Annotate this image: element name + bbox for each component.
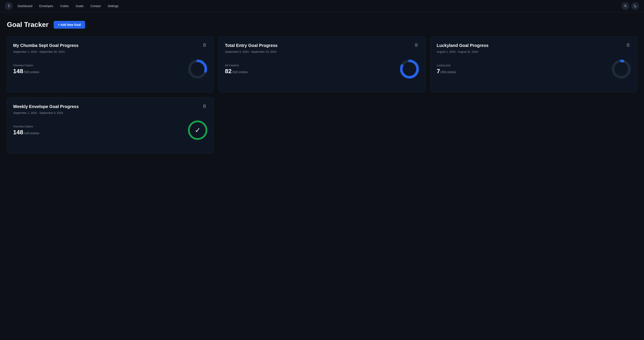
cards-grid: My Chumba Sept Goal Progress September 1… bbox=[7, 36, 637, 153]
donut-chart-2 bbox=[400, 59, 419, 79]
entries-sub-4: /140 entries bbox=[24, 131, 39, 135]
navbar: $ Dashboard Envelopes Codes Goals Contac… bbox=[0, 0, 644, 12]
casino-name-1: Chumba Casino bbox=[13, 64, 39, 67]
nav-dashboard[interactable]: Dashboard bbox=[18, 4, 32, 8]
card-body-4: Chumba Casino 148/140 entries ✓ bbox=[13, 120, 207, 140]
casino-name-2: All Casinos bbox=[225, 64, 248, 67]
goal-card-1: My Chumba Sept Goal Progress September 1… bbox=[7, 36, 214, 92]
entries-sub-3: /200 entries bbox=[440, 70, 456, 74]
delete-card-button-1[interactable] bbox=[202, 43, 207, 48]
delete-card-button-4[interactable] bbox=[202, 104, 207, 109]
card-date-1: September 1, 2024 - September 30, 2024 bbox=[13, 50, 207, 53]
user-icon-button[interactable] bbox=[622, 2, 629, 10]
completed-circle-4: ✓ bbox=[188, 120, 207, 140]
svg-point-5 bbox=[613, 61, 630, 77]
page-title: Goal Tracker bbox=[7, 21, 48, 29]
nav-right bbox=[622, 2, 639, 10]
card-date-4: September 1, 2024 - September 8, 2024 bbox=[13, 111, 207, 114]
nav-settings[interactable]: Settings bbox=[108, 4, 118, 8]
card-header-2: Total Entry Goal Progress bbox=[225, 43, 419, 48]
card-body-3: LuckyLand 7/200 entries bbox=[437, 59, 631, 79]
goal-card-2: Total Entry Goal Progress September 8, 2… bbox=[219, 36, 425, 92]
svg-point-0 bbox=[625, 5, 626, 6]
checkmark-icon: ✓ bbox=[195, 127, 201, 134]
card-header-1: My Chumba Sept Goal Progress bbox=[13, 43, 207, 48]
card-title-4: Weekly Envelope Goal Progress bbox=[13, 104, 78, 109]
nav-envelopes[interactable]: Envelopes bbox=[39, 4, 53, 8]
casino-name-3: LuckyLand bbox=[437, 64, 456, 67]
card-date-3: August 1, 2024 - August 31, 2024 bbox=[437, 50, 631, 53]
entries-value-2: 82/100 entries bbox=[225, 68, 248, 75]
entries-value-4: 148/140 entries bbox=[13, 129, 39, 136]
entries-sub-1: /500 entries bbox=[24, 70, 39, 74]
card-date-2: September 8, 2024 - September 15, 2024 bbox=[225, 50, 419, 53]
entries-value-1: 148/500 entries bbox=[13, 68, 39, 75]
delete-card-button-3[interactable] bbox=[625, 43, 631, 48]
card-body-2: All Casinos 82/100 entries bbox=[225, 59, 419, 79]
card-header-4: Weekly Envelope Goal Progress bbox=[13, 104, 207, 109]
nav-codes[interactable]: Codes bbox=[60, 4, 69, 8]
logo-icon[interactable]: $ bbox=[5, 2, 12, 10]
card-title-3: Luckyland Goal Progress bbox=[437, 43, 488, 48]
nav-contact[interactable]: Contact bbox=[90, 4, 101, 8]
card-title-1: My Chumba Sept Goal Progress bbox=[13, 43, 78, 48]
nav-links: Dashboard Envelopes Codes Goals Contact … bbox=[18, 4, 622, 8]
donut-chart-1 bbox=[188, 59, 207, 79]
theme-toggle-button[interactable] bbox=[632, 2, 639, 10]
page-header: Goal Tracker + Add New Goal bbox=[7, 21, 637, 29]
card-title-2: Total Entry Goal Progress bbox=[225, 43, 278, 48]
goal-card-4: Weekly Envelope Goal Progress September … bbox=[7, 97, 214, 153]
card-stats-3: LuckyLand 7/200 entries bbox=[437, 64, 456, 75]
entries-sub-2: /100 entries bbox=[232, 70, 248, 74]
casino-name-4: Chumba Casino bbox=[13, 125, 39, 128]
card-body-1: Chumba Casino 148/500 entries bbox=[13, 59, 207, 79]
donut-chart-3 bbox=[612, 59, 631, 79]
entries-value-3: 7/200 entries bbox=[437, 68, 456, 75]
nav-goals[interactable]: Goals bbox=[76, 4, 84, 8]
main-content: Goal Tracker + Add New Goal My Chumba Se… bbox=[0, 12, 644, 162]
card-stats-4: Chumba Casino 148/140 entries bbox=[13, 125, 39, 136]
card-stats-2: All Casinos 82/100 entries bbox=[225, 64, 248, 75]
delete-card-button-2[interactable] bbox=[414, 43, 419, 48]
add-new-goal-button[interactable]: + Add New Goal bbox=[54, 21, 85, 29]
card-header-3: Luckyland Goal Progress bbox=[437, 43, 631, 48]
card-stats-1: Chumba Casino 148/500 entries bbox=[13, 64, 39, 75]
goal-card-3: Luckyland Goal Progress August 1, 2024 -… bbox=[430, 36, 637, 92]
